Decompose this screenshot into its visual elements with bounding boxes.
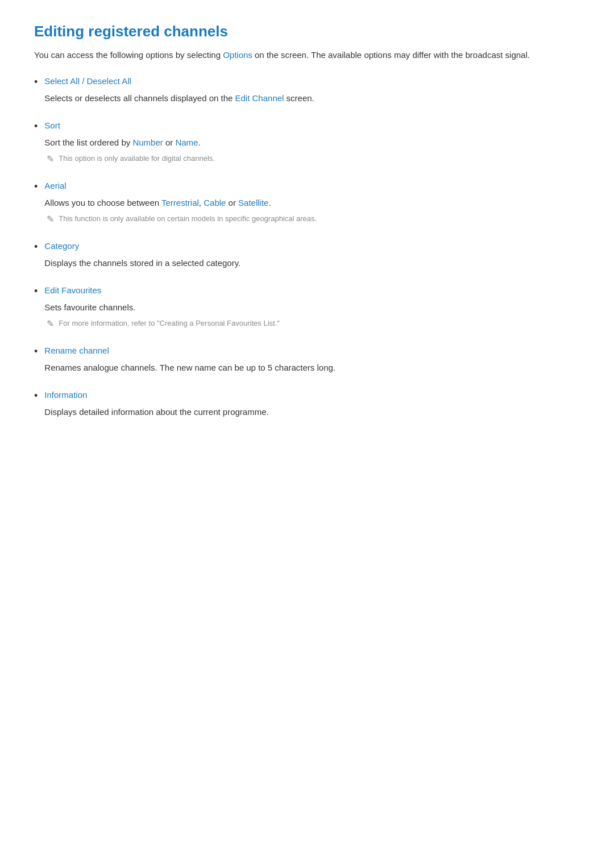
- note-icon: ✎: [47, 214, 54, 225]
- intro-paragraph: You can access the following options by …: [34, 48, 580, 62]
- item-title-aerial: Aerial: [44, 179, 580, 193]
- bullet-icon: •: [34, 284, 38, 299]
- intro-text-before: You can access the following options by …: [34, 50, 223, 60]
- item-desc-sort: Sort the list ordered by Number or Name.: [44, 136, 580, 149]
- main-list: •Select All / Deselect AllSelects or des…: [34, 74, 580, 422]
- item-link-rename-channel[interactable]: Rename channel: [44, 346, 109, 355]
- list-item-aerial: •AerialAllows you to choose between Terr…: [34, 179, 580, 229]
- bullet-icon: •: [34, 119, 38, 134]
- note-text-aerial: This function is only available on certa…: [59, 213, 317, 225]
- item-content-category: CategoryDisplays the channels stored in …: [44, 239, 580, 273]
- item-content-select-all: Select All / Deselect AllSelects or dese…: [44, 74, 580, 109]
- desc-link-aerial[interactable]: Cable: [204, 198, 226, 207]
- list-item-information: •InformationDisplays detailed informatio…: [34, 388, 580, 422]
- item-desc-rename-channel: Renames analogue channels. The new name …: [44, 361, 580, 375]
- item-link-category[interactable]: Category: [44, 241, 79, 251]
- note-box-aerial: ✎This function is only available on cert…: [44, 213, 580, 225]
- item-title-information: Information: [44, 388, 580, 402]
- options-link[interactable]: Options: [223, 50, 252, 60]
- note-icon: ✎: [47, 153, 54, 164]
- note-box-sort: ✎This option is only available for digit…: [44, 153, 580, 164]
- desc-link-select-all[interactable]: Edit Channel: [235, 93, 284, 103]
- list-item-category: •CategoryDisplays the channels stored in…: [34, 239, 580, 273]
- item-title-sort: Sort: [44, 119, 580, 132]
- list-item-rename-channel: •Rename channelRenames analogue channels…: [34, 344, 580, 378]
- item-link-select-all[interactable]: Select All: [44, 76, 80, 86]
- list-item-select-all: •Select All / Deselect AllSelects or des…: [34, 74, 580, 109]
- item-desc-aerial: Allows you to choose between Terrestrial…: [44, 196, 580, 210]
- item-desc-category: Displays the channels stored in a select…: [44, 256, 580, 270]
- item-content-sort: SortSort the list ordered by Number or N…: [44, 119, 580, 169]
- note-text-edit-favourites: For more information, refer to "Creating…: [59, 318, 280, 329]
- bullet-icon: •: [34, 344, 38, 359]
- item-content-aerial: AerialAllows you to choose between Terre…: [44, 179, 580, 229]
- bullet-icon: •: [34, 388, 38, 404]
- list-item-edit-favourites: •Edit FavouritesSets favourite channels.…: [34, 284, 580, 334]
- item-title-edit-favourites: Edit Favourites: [44, 284, 580, 297]
- item-title-rename-channel: Rename channel: [44, 344, 580, 358]
- item-link-edit-favourites[interactable]: Edit Favourites: [44, 285, 101, 295]
- item-desc-edit-favourites: Sets favourite channels.: [44, 301, 580, 314]
- item-desc-select-all: Selects or deselects all channels displa…: [44, 92, 580, 105]
- item-content-information: InformationDisplays detailed information…: [44, 388, 580, 422]
- item-content-edit-favourites: Edit FavouritesSets favourite channels.✎…: [44, 284, 580, 334]
- item-desc-information: Displays detailed information about the …: [44, 405, 580, 419]
- note-box-edit-favourites: ✎For more information, refer to "Creatin…: [44, 318, 580, 329]
- desc-link-sort[interactable]: Name: [175, 138, 198, 147]
- page-title: Editing registered channels: [34, 23, 580, 40]
- desc-link-aerial[interactable]: Terrestrial: [161, 198, 199, 207]
- bullet-icon: •: [34, 179, 38, 194]
- item-content-rename-channel: Rename channelRenames analogue channels.…: [44, 344, 580, 378]
- item-link-aerial[interactable]: Aerial: [44, 181, 66, 190]
- note-icon: ✎: [47, 318, 54, 329]
- item-link-sort[interactable]: Sort: [44, 121, 60, 130]
- bullet-icon: •: [34, 74, 38, 90]
- item-link-select-all[interactable]: Deselect All: [87, 76, 131, 86]
- bullet-icon: •: [34, 239, 38, 255]
- item-title-category: Category: [44, 239, 580, 253]
- intro-text-after: on the screen. The available options may…: [252, 50, 530, 60]
- desc-link-aerial[interactable]: Satellite: [238, 198, 268, 207]
- item-title-select-all: Select All / Deselect All: [44, 74, 580, 88]
- desc-link-sort[interactable]: Number: [132, 138, 163, 147]
- note-text-sort: This option is only available for digita…: [59, 153, 215, 164]
- item-link-information[interactable]: Information: [44, 390, 87, 400]
- list-item-sort: •SortSort the list ordered by Number or …: [34, 119, 580, 169]
